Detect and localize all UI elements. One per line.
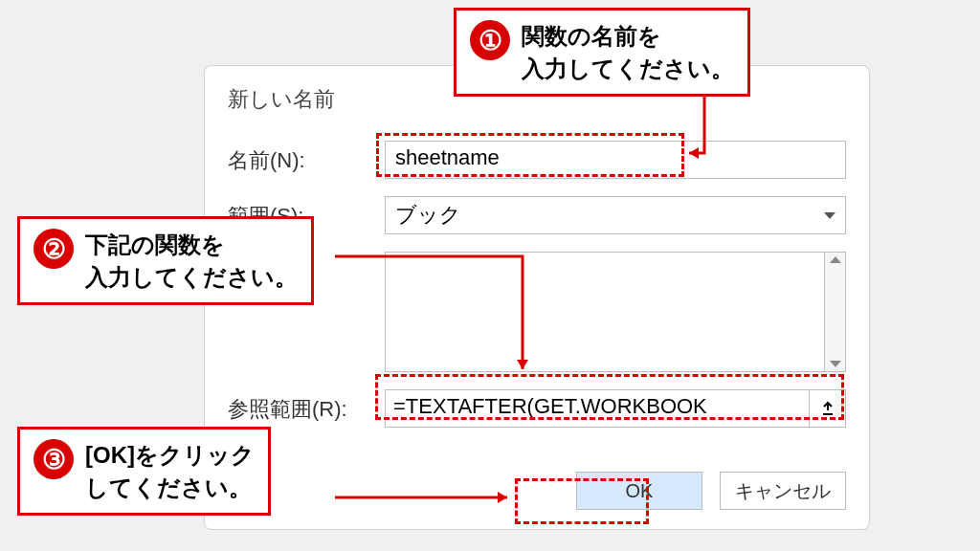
chevron-down-icon bbox=[824, 212, 835, 219]
row-comment: ト(O): bbox=[228, 252, 846, 372]
ok-button[interactable]: OK bbox=[576, 472, 702, 510]
callout-2-line2: 入力してください。 bbox=[85, 264, 298, 290]
button-row: OK キャンセル bbox=[576, 472, 846, 510]
scope-select[interactable]: ブック bbox=[385, 196, 846, 234]
comment-textarea[interactable] bbox=[385, 252, 825, 372]
scope-value: ブック bbox=[395, 201, 461, 230]
scroll-up-icon[interactable] bbox=[830, 256, 841, 263]
callout-3-number: ③ bbox=[33, 439, 74, 479]
refersto-input[interactable]: =TEXTAFTER(GET.WORKBOOK bbox=[385, 389, 810, 428]
collapse-dialog-icon[interactable] bbox=[810, 389, 846, 428]
row-refersto: 参照範囲(R): =TEXTAFTER(GET.WORKBOOK bbox=[228, 389, 846, 428]
callout-3: ③ [OK]をクリック してください。 bbox=[17, 427, 271, 516]
row-scope: 範囲(S): ブック bbox=[228, 196, 846, 234]
callout-2-line1: 下記の関数を bbox=[85, 231, 225, 257]
callout-2: ② 下記の関数を 入力してください。 bbox=[17, 216, 314, 305]
name-input[interactable]: sheetname bbox=[385, 141, 846, 179]
cancel-button[interactable]: キャンセル bbox=[720, 472, 846, 510]
callout-3-line2: してください。 bbox=[85, 474, 252, 500]
callout-2-text: 下記の関数を 入力してください。 bbox=[85, 229, 298, 293]
callout-1-number: ① bbox=[470, 20, 510, 60]
label-refersto: 参照範囲(R): bbox=[228, 389, 385, 424]
callout-1: ① 関数の名前を 入力してください。 bbox=[454, 8, 750, 97]
scroll-down-icon[interactable] bbox=[830, 361, 841, 367]
callout-1-text: 関数の名前を 入力してください。 bbox=[522, 20, 734, 84]
label-name: 名前(N): bbox=[228, 141, 385, 175]
row-name: 名前(N): sheetname bbox=[228, 141, 846, 179]
callout-1-line1: 関数の名前を bbox=[522, 23, 661, 49]
callout-3-line1: [OK]をクリック bbox=[85, 442, 255, 468]
callout-2-number: ② bbox=[33, 229, 74, 269]
callout-1-line2: 入力してください。 bbox=[522, 55, 734, 81]
callout-3-text: [OK]をクリック してください。 bbox=[85, 439, 255, 503]
comment-scrollbar[interactable] bbox=[825, 252, 846, 372]
